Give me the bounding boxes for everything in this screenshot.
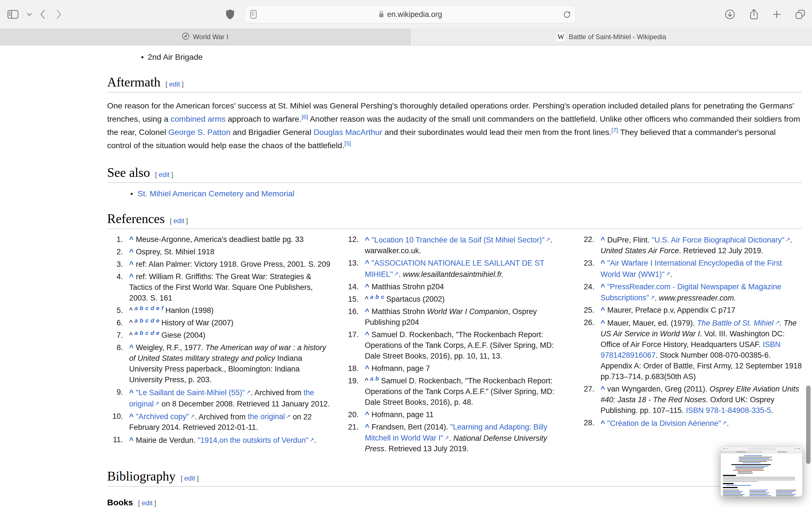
reference-number: 6.: [107, 318, 123, 328]
backref-link[interactable]: ^: [129, 436, 134, 445]
backref-letter-link[interactable]: b: [375, 375, 379, 382]
wiki-link[interactable]: "U.S. Air Force Biographical Dictionary": [652, 236, 790, 244]
wiki-link[interactable]: combined arms: [170, 114, 225, 123]
edit-link[interactable]: edit: [183, 474, 197, 482]
tab-group-chevron-button[interactable]: [27, 13, 32, 16]
backref-letter-link[interactable]: c: [381, 293, 384, 300]
toolbar-divider: [22, 10, 23, 18]
edit-link[interactable]: edit: [172, 217, 186, 224]
reader-view-button[interactable]: [250, 10, 257, 19]
citation-ref-link[interactable]: [6]: [301, 114, 308, 120]
backref-caret: ^: [365, 377, 368, 385]
page-preview-thumbnail[interactable]: [721, 446, 802, 497]
citation-ref-link[interactable]: [5]: [344, 140, 351, 147]
wiki-link[interactable]: "1914,on the outskirts of Verdun": [198, 436, 314, 445]
backref-link[interactable]: ^: [601, 385, 605, 393]
wiki-link[interactable]: Douglas MacArthur: [313, 128, 382, 136]
backref-letter-link[interactable]: e: [156, 330, 160, 336]
wiki-link[interactable]: "Air Warfare I International Encyclopedi…: [601, 259, 782, 279]
backref-link[interactable]: ^: [129, 343, 134, 352]
wiki-link[interactable]: the original: [248, 412, 290, 421]
forward-button[interactable]: [56, 10, 62, 19]
backref-link[interactable]: ^: [601, 259, 605, 267]
backref-letter-link[interactable]: a: [370, 375, 373, 382]
share-button[interactable]: [749, 9, 758, 20]
backref-link[interactable]: ^: [129, 260, 134, 269]
backref-letter-link[interactable]: b: [375, 293, 379, 300]
scrollbar-thumb[interactable]: [806, 386, 811, 464]
reference-item: 19.^abSamuel D. Rockenbach, "The Rockenb…: [343, 376, 566, 407]
backref-letter-link[interactable]: d: [151, 330, 154, 336]
backref-letter-link[interactable]: c: [145, 305, 149, 311]
backref-letter-link[interactable]: d: [151, 317, 154, 324]
backref-letter-link[interactable]: c: [145, 330, 149, 336]
backref-link[interactable]: ^: [365, 283, 369, 291]
backref-letter-link[interactable]: a: [370, 293, 373, 300]
reference-item: 11.^Mairie de Verdun. "1914,on the outsk…: [107, 434, 331, 446]
tab-overview-button[interactable]: [795, 9, 805, 19]
wiki-link[interactable]: "Création de la Division Aérienne": [607, 419, 727, 428]
tab-battle-of-saint-mihiel[interactable]: W Battle of Saint-Mihiel - Wikipedia: [410, 29, 812, 45]
text-segment: History of War (2007): [161, 319, 234, 327]
reference-number: 4.: [107, 271, 123, 282]
reference-item: 7.^abcdeGiese (2004): [107, 330, 331, 341]
text-segment: .: [314, 436, 316, 445]
citation-ref-link[interactable]: [7]: [612, 127, 618, 133]
edit-link[interactable]: edit: [167, 80, 182, 88]
backref-link[interactable]: ^: [129, 247, 134, 256]
wiki-link[interactable]: The Battle of St. Mihiel: [697, 319, 779, 327]
backref-letter-link[interactable]: a: [135, 305, 138, 311]
backref-link[interactable]: ^: [365, 259, 369, 267]
backref-link[interactable]: ^: [601, 319, 605, 327]
edit-link[interactable]: edit: [157, 171, 171, 178]
wiki-link[interactable]: St. Mihiel American Cemetery and Memoria…: [138, 189, 294, 198]
wiki-link[interactable]: ISBN 978-1-84908-335-5: [686, 406, 771, 414]
wiki-link[interactable]: "Location 10 Tranchée de la Soif (St Mih…: [371, 236, 550, 244]
text-segment: .: [790, 236, 792, 244]
backref-link[interactable]: ^: [365, 307, 369, 316]
backref-link[interactable]: ^: [365, 410, 369, 419]
backref-caret: ^: [129, 319, 133, 327]
backref-letter-link[interactable]: e: [156, 305, 160, 311]
backref-link[interactable]: ^: [129, 412, 134, 421]
backref-letter-link[interactable]: a: [135, 317, 138, 324]
new-tab-button[interactable]: [772, 10, 781, 18]
backref-link[interactable]: ^: [365, 236, 369, 244]
see-also-heading: See also[edit]: [107, 165, 802, 183]
backref-letter-link[interactable]: f: [161, 305, 163, 311]
url-text: en.wikipedia.org: [387, 10, 442, 19]
backref-link[interactable]: ^: [365, 330, 369, 339]
backref-link[interactable]: ^: [601, 306, 605, 314]
see-also-list: St. Mihiel American Cemetery and Memoria…: [107, 189, 802, 198]
downloads-button[interactable]: [725, 9, 735, 20]
backref-link[interactable]: ^: [129, 388, 134, 397]
backref-link[interactable]: ^: [129, 235, 134, 244]
tab-world-war-i[interactable]: World War I: [0, 29, 410, 45]
backref-letter-link[interactable]: a: [135, 330, 138, 336]
backref-link[interactable]: ^: [601, 236, 605, 244]
backref-letter-link[interactable]: e: [156, 317, 160, 324]
backref-link[interactable]: ^: [601, 419, 605, 428]
backref-letter-link[interactable]: b: [140, 305, 143, 311]
backref-letter-link[interactable]: d: [151, 305, 154, 311]
backref-letter-link[interactable]: b: [140, 317, 143, 324]
backref-link[interactable]: ^: [365, 364, 369, 373]
edit-link[interactable]: edit: [140, 499, 154, 507]
wiki-link[interactable]: George S. Patton: [168, 128, 231, 136]
backref-link[interactable]: ^: [601, 283, 605, 291]
backref-link[interactable]: ^: [129, 272, 134, 281]
wiki-link[interactable]: "Archived copy": [136, 412, 195, 421]
text-segment: Maurer, Preface p.v, Appendix C p717: [607, 306, 735, 314]
back-button[interactable]: [40, 10, 45, 19]
backref-letter-link[interactable]: b: [140, 330, 143, 336]
backref-letter-link[interactable]: c: [145, 317, 149, 324]
address-bar[interactable]: en.wikipedia.org: [245, 5, 576, 23]
wiki-link[interactable]: "Le Saillant de Saint-Mihiel (55)": [136, 388, 251, 397]
privacy-shield-icon[interactable]: [225, 9, 235, 20]
reload-button[interactable]: [563, 10, 571, 18]
sidebar-toggle-button[interactable]: [7, 10, 18, 19]
mini-page-body: [721, 453, 802, 497]
backref-link[interactable]: ^: [365, 423, 369, 431]
tab-label: World War I: [193, 33, 228, 41]
edit-section: [edit]: [181, 474, 199, 482]
